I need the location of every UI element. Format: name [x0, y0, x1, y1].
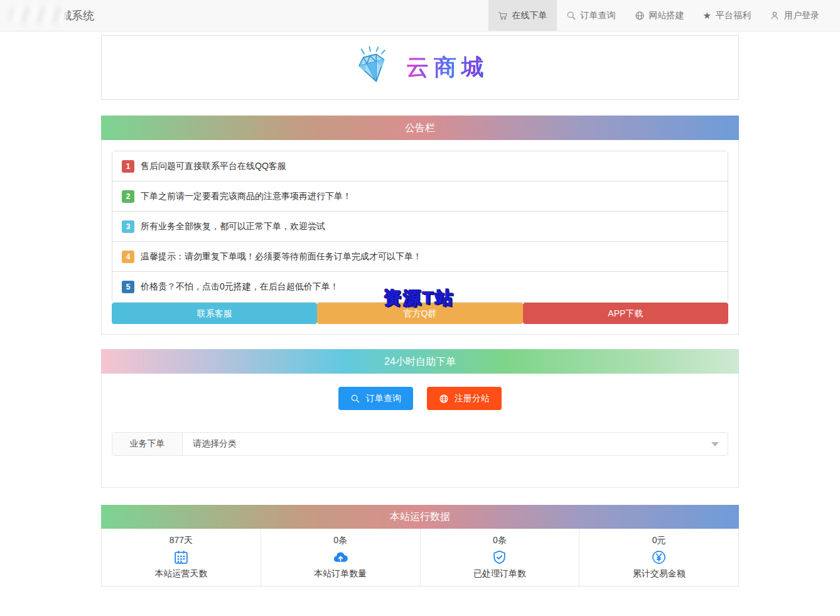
stats-section: 本站运行数据 877天 本站运营天数 [101, 505, 739, 586]
notice-number-badge: 4 [122, 251, 134, 263]
chevron-down-icon [711, 442, 719, 446]
announcement-section: 公告栏 1 售后问题可直接联系平台在线QQ客服 2 下单之前请一定要看完该商品的… [101, 116, 739, 335]
watermark-text: 资源T站 [384, 286, 455, 310]
calendar-icon [173, 549, 189, 565]
brand-blur-patch [9, 7, 67, 24]
nav-item-label: 用户登录 [784, 10, 819, 21]
cart-icon [498, 11, 508, 21]
nav-item-order-query[interactable]: 订单查询 [557, 0, 625, 31]
notice-row: 3 所有业务全部恢复，都可以正常下单，欢迎尝试 [112, 212, 728, 242]
shield-check-icon [492, 549, 507, 565]
notice-row: 2 下单之前请一定要看完该商品的注意事项再进行下单！ [112, 181, 728, 212]
selfservice-header: 24小时自助下单 [101, 349, 739, 374]
nav-item-user-login[interactable]: 用户登录 [760, 0, 829, 31]
yuan-circle-icon [651, 549, 667, 565]
stat-value: 0条 [333, 535, 347, 546]
notice-text: 温馨提示：请勿重复下单哦！必须要等待前面任务订单完成才可以下单！ [141, 251, 422, 262]
selfservice-actions: 订单查询 注册分站 [102, 374, 738, 410]
stat-value: 0元 [652, 535, 666, 546]
nav-item-label: 在线下单 [512, 10, 547, 21]
page-container: 云商城 公告栏 1 售后问题可直接联系平台在线QQ客服 2 下单之前请一定要看完… [101, 35, 739, 586]
business-order-form: 业务下单 请选择分类 [112, 432, 728, 456]
nav-item-site-build[interactable]: 网站搭建 [625, 0, 694, 31]
stat-value: 0条 [493, 535, 507, 546]
notice-text: 所有业务全部恢复，都可以正常下单，欢迎尝试 [141, 221, 325, 232]
register-substation-button[interactable]: 注册分站 [427, 387, 502, 410]
notice-number-badge: 2 [122, 190, 134, 203]
nav-item-label: 平台福利 [716, 10, 751, 21]
notice-row: 1 售后问题可直接联系平台在线QQ客服 [112, 151, 728, 181]
stat-label: 本站运营天数 [154, 568, 207, 580]
stats-panel: 877天 本站运营天数 0条 [101, 529, 739, 586]
selfservice-panel: 订单查询 注册分站 业务下单 请选择分类 [101, 374, 739, 488]
notice-row: 4 温馨提示：请勿重复下单哦！必须要等待前面任务订单完成才可以下单！ [112, 242, 728, 272]
stat-operating-days: 877天 本站运营天数 [102, 529, 261, 586]
app-download-button[interactable]: APP下载 [523, 303, 728, 324]
notice-text: 售后问题可直接联系平台在线QQ客服 [141, 161, 286, 172]
category-select[interactable]: 请选择分类 [183, 433, 728, 455]
cloud-upload-icon [333, 549, 348, 565]
notice-list: 1 售后问题可直接联系平台在线QQ客服 2 下单之前请一定要看完该商品的注意事项… [112, 151, 728, 303]
nav-item-label: 网站搭建 [649, 10, 684, 21]
search-icon [566, 11, 576, 21]
stat-label: 累计交易金额 [633, 568, 686, 580]
nav-item-online-order[interactable]: 在线下单 [488, 0, 557, 31]
stat-label: 已处理订单数 [473, 568, 526, 580]
nav-item-label: 订单查询 [581, 10, 616, 21]
register-substation-label: 注册分站 [455, 393, 490, 404]
user-icon [770, 11, 780, 21]
notice-text: 下单之前请一定要看完该商品的注意事项再进行下单！ [141, 191, 352, 202]
notice-number-badge: 1 [122, 160, 134, 173]
stat-total-amount: 0元 累计交易金额 [579, 529, 738, 586]
order-query-button[interactable]: 订单查询 [338, 387, 413, 410]
stat-processed-orders: 0条 已处理订单数 [421, 529, 580, 586]
site-brand: 城系统 [9, 0, 94, 31]
notice-number-badge: 3 [122, 220, 134, 233]
globe-icon [635, 11, 645, 21]
notice-number-badge: 5 [122, 281, 134, 293]
stat-label: 本站订单数量 [314, 568, 367, 580]
category-select-placeholder: 请选择分类 [193, 438, 237, 450]
logo-text: 云商城 [406, 52, 489, 83]
globe-icon [439, 394, 449, 404]
stats-header: 本站运行数据 [101, 505, 739, 529]
business-order-label: 业务下单 [112, 433, 183, 455]
contact-support-button[interactable]: 联系客服 [112, 303, 317, 324]
star-icon: ★ [703, 10, 711, 21]
diamond-icon [351, 46, 395, 90]
notice-text: 价格贵？不怕，点击0元搭建，在后台超低价下单！ [141, 281, 339, 293]
nav-item-platform-benefits[interactable]: ★ 平台福利 [694, 0, 760, 31]
top-navbar: 城系统 在线下单 订单查询 网站搭建 ★ 平台福利 用户登录 [0, 0, 840, 31]
announcement-header: 公告栏 [101, 116, 739, 140]
stat-order-count: 0条 本站订单数量 [261, 529, 421, 586]
search-icon [350, 394, 360, 404]
stat-value: 877天 [170, 535, 193, 546]
selfservice-section: 24小时自助下单 订单查询 注册分站 业务下单 请选择分类 [101, 349, 739, 488]
main-nav: 在线下单 订单查询 网站搭建 ★ 平台福利 用户登录 [488, 0, 829, 31]
order-query-label: 订单查询 [366, 393, 401, 404]
logo-card: 云商城 [101, 35, 739, 100]
